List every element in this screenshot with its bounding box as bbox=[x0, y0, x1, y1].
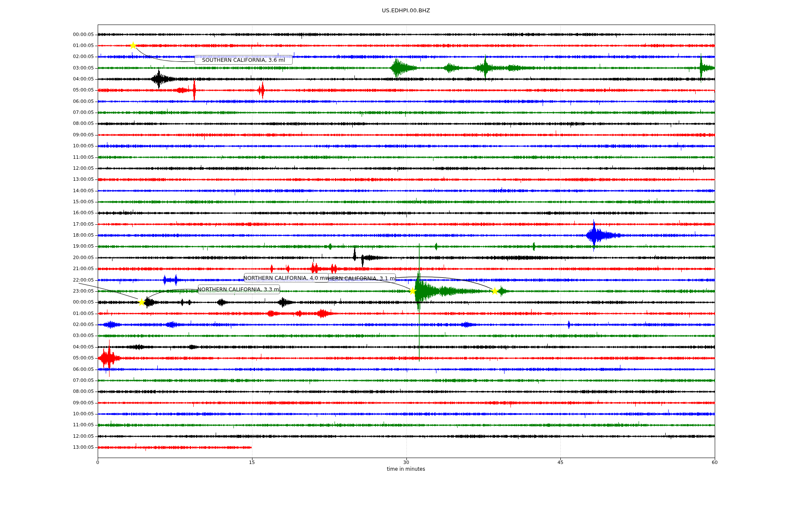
x-axis-label: time in minutes bbox=[0, 466, 812, 472]
annotation-text: NORTHERN CALIFORNIA, 3.3 ml bbox=[198, 286, 281, 293]
annotation-northern-california-3-3-ml: NORTHERN CALIFORNIA, 3.3 ml bbox=[198, 284, 280, 294]
annotation-southern-california-3-6-ml: SOUTHERN CALIFORNIA, 3.6 ml bbox=[195, 55, 293, 65]
seismogram-canvas bbox=[0, 0, 812, 508]
annotation-text: SOUTHERN CALIFORNIA, 3.6 ml bbox=[202, 57, 285, 63]
annotation-northern-california-4-0-mw: NORTHERN CALIFORNIA, 4.0 mw bbox=[244, 273, 329, 282]
annotation-text: NORTHERN CALIFORNIA, 4.0 mw bbox=[243, 275, 329, 281]
helicorder-figure: US.EDHPI.00.BHZ 00:00:0501:00:0502:00:05… bbox=[0, 0, 812, 508]
figure-title: US.EDHPI.00.BHZ bbox=[0, 7, 812, 14]
